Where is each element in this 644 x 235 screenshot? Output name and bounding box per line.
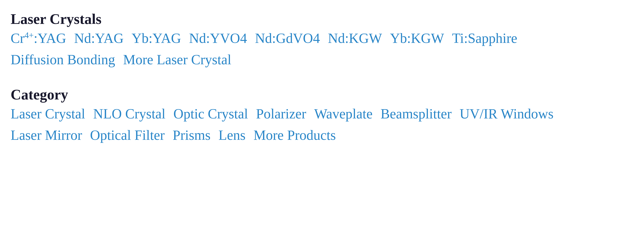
category-section: Category Laser Crystal NLO Crystal Optic… [10, 86, 634, 146]
link-diffusion-bonding[interactable]: Diffusion Bonding [10, 49, 123, 70]
link-uvir-windows[interactable]: UV/IR Windows [460, 103, 562, 124]
laser-crystals-links: Cr4+:YAG Nd:YAG Yb:YAG Nd:YVO4 Nd:GdVO4 … [10, 28, 634, 70]
section-spacer [10, 78, 634, 86]
link-laser-mirror[interactable]: Laser Mirror [10, 124, 90, 146]
link-yb-kgw[interactable]: Yb:KGW [390, 28, 452, 49]
link-more-laser-crystal[interactable]: More Laser Crystal [123, 49, 239, 70]
link-more-products[interactable]: More Products [254, 124, 344, 146]
link-laser-crystal[interactable]: Laser Crystal [10, 103, 93, 124]
category-links: Laser Crystal NLO Crystal Optic Crystal … [10, 103, 634, 146]
link-ti-sapphire[interactable]: Ti:Sapphire [452, 28, 525, 49]
link-optic-crystal[interactable]: Optic Crystal [174, 103, 256, 124]
category-label: Category [10, 86, 68, 103]
laser-crystals-label: Laser Crystals [10, 11, 102, 28]
link-cr-yag[interactable]: Cr4+:YAG [10, 28, 74, 49]
link-lens[interactable]: Lens [218, 124, 254, 146]
link-beamsplitter[interactable]: Beamsplitter [380, 103, 460, 124]
link-yb-yag[interactable]: Yb:YAG [132, 28, 189, 49]
link-prisms[interactable]: Prisms [172, 124, 218, 146]
link-waveplate[interactable]: Waveplate [314, 103, 380, 124]
link-nd-yag[interactable]: Nd:YAG [74, 28, 132, 49]
link-nlo-crystal[interactable]: NLO Crystal [93, 103, 174, 124]
link-optical-filter[interactable]: Optical Filter [90, 124, 172, 146]
laser-crystals-section: Laser Crystals Cr4+:YAG Nd:YAG Yb:YAG Nd… [10, 11, 634, 70]
link-nd-kgw[interactable]: Nd:KGW [328, 28, 390, 49]
link-polarizer[interactable]: Polarizer [256, 103, 314, 124]
link-nd-gdvo4[interactable]: Nd:GdVO4 [255, 28, 328, 49]
link-nd-yvo4[interactable]: Nd:YVO4 [189, 28, 255, 49]
